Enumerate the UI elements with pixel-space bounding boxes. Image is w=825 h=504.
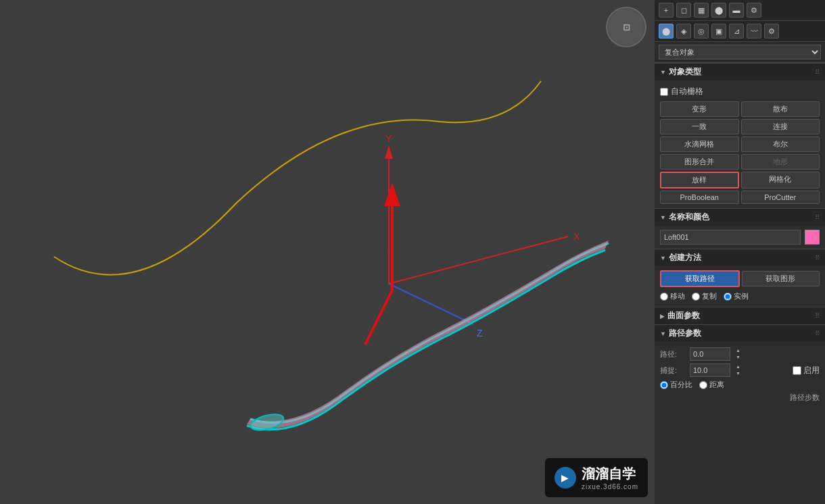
spline-tab[interactable]: 〰 <box>747 24 761 39</box>
section-surface-params: ▶ 曲面参数 ⠿ <box>655 307 825 324</box>
viewport: Y X Z ⊡ ▶ <box>0 0 655 504</box>
section-name-color-body <box>655 226 825 249</box>
section-path-params-header[interactable]: ▼ 路径参数 ⠿ <box>655 324 825 342</box>
radio-instance-label[interactable]: 实例 <box>724 291 749 301</box>
btn-loft[interactable]: 放样 <box>660 172 739 188</box>
section-creation-method-header[interactable]: ▼ 创建方法 ⠿ <box>655 249 825 266</box>
camera-tab[interactable]: ▣ <box>711 24 726 39</box>
watermark-sub: zixue.3d66.com <box>582 483 638 490</box>
section-object-type-title: 对象类型 <box>669 66 701 78</box>
radio-percent[interactable] <box>660 381 668 389</box>
section-name-color-header[interactable]: ▼ 名称和颜色 ⠿ <box>655 208 825 226</box>
settings-tab[interactable]: ⚙ <box>764 24 779 39</box>
enable-checkbox-row: 启用 <box>793 365 820 376</box>
auto-grid-row: 自动栅格 <box>660 84 820 99</box>
path-type-radios: 百分比 距离 <box>660 378 820 391</box>
path-value-row: 路径: ▲ ▼ <box>660 346 820 362</box>
gear-icon[interactable]: ⚙ <box>747 3 761 18</box>
section-surface-params-title: 曲面参数 <box>667 310 700 322</box>
section-creation-method-body: 获取路径 获取图形 移动 复制 实例 <box>655 266 825 307</box>
section-name-color-arrow: ▼ <box>660 214 666 221</box>
svg-text:Y: Y <box>385 133 392 144</box>
creation-method-radios: 移动 复制 实例 <box>660 290 820 303</box>
btn-deform[interactable]: 变形 <box>660 101 739 117</box>
radio-percent-text: 百分比 <box>670 380 692 390</box>
radio-instance[interactable] <box>724 293 732 301</box>
btn-boolean[interactable]: 布尔 <box>741 136 820 152</box>
object-name-input[interactable] <box>660 230 801 245</box>
grid-icon[interactable]: ▦ <box>694 3 709 18</box>
section-surface-params-arrow: ▶ <box>660 313 665 320</box>
section-path-params: ▼ 路径参数 ⠿ 路径: ▲ ▼ 捕捉: ▲ <box>655 324 825 407</box>
section-surface-params-header[interactable]: ▶ 曲面参数 ⠿ <box>655 307 825 324</box>
snap-label: 捕捉: <box>660 366 687 376</box>
section-creation-method-title: 创建方法 <box>669 252 701 263</box>
radio-distance[interactable] <box>699 381 707 389</box>
gem-tab[interactable]: ◈ <box>676 24 691 39</box>
path-spinner: ▲ ▼ <box>734 347 742 361</box>
btn-connect[interactable]: 连接 <box>741 119 820 134</box>
radio-move[interactable] <box>660 293 668 301</box>
btn-shapemerge[interactable]: 图形合并 <box>660 154 739 170</box>
helper-tab[interactable]: ⊿ <box>729 24 744 39</box>
path-input[interactable] <box>690 347 730 361</box>
auto-grid-checkbox[interactable] <box>660 88 668 96</box>
panel-content: ▼ 对象类型 ⠿ 自动栅格 变形 散布 一致 连接 水滴网格 布尔 图形合并 地… <box>655 63 825 504</box>
bar-icon[interactable]: ▬ <box>729 3 744 18</box>
3d-canvas[interactable]: Y X Z ⊡ ▶ <box>0 0 655 504</box>
properties-panel: + ◻ ▦ ⬤ ▬ ⚙ ⬤ ◈ ◎ ▣ ⊿ 〰 ⚙ 复合对象 ▼ 对象类型 ⠿ <box>655 0 825 504</box>
section-path-params-drag: ⠿ <box>815 330 820 337</box>
snap-input[interactable] <box>690 363 730 377</box>
btn-procutter[interactable]: ProCutter <box>741 191 820 204</box>
section-object-type-header[interactable]: ▼ 对象类型 ⠿ <box>655 63 825 80</box>
svg-text:Z: Z <box>477 328 483 338</box>
path-steps-label: 路径步数 <box>660 393 820 403</box>
radio-distance-label[interactable]: 距离 <box>699 380 724 390</box>
radio-copy[interactable] <box>692 293 700 301</box>
color-swatch[interactable] <box>805 230 820 245</box>
radio-copy-text: 复制 <box>702 291 717 301</box>
name-color-row <box>660 230 820 245</box>
snap-spinner: ▲ ▼ <box>734 363 742 377</box>
viewport-gizmo[interactable]: ⊡ <box>606 7 646 47</box>
btn-blobmesh[interactable]: 水滴网格 <box>660 136 739 152</box>
section-name-color-drag: ⠿ <box>815 213 820 221</box>
section-path-params-arrow: ▼ <box>660 330 666 337</box>
section-object-type: ▼ 对象类型 ⠿ 自动栅格 变形 散布 一致 连接 水滴网格 布尔 图形合并 地… <box>655 63 825 208</box>
enable-snap-checkbox[interactable] <box>793 366 801 375</box>
btn-scatter[interactable]: 散布 <box>741 101 820 117</box>
circle-icon[interactable]: ⬤ <box>711 3 726 18</box>
radio-move-text: 移动 <box>670 291 685 301</box>
radio-move-label[interactable]: 移动 <box>660 291 685 301</box>
radio-distance-text: 距离 <box>709 380 724 390</box>
watermark-text-block: 溜溜自学 zixue.3d66.com <box>582 465 638 490</box>
panel-toolbar-top: + ◻ ▦ ⬤ ▬ ⚙ <box>655 0 825 21</box>
section-creation-method-arrow: ▼ <box>660 255 666 261</box>
btn-mesher[interactable]: 网格化 <box>741 172 820 188</box>
radio-percent-label[interactable]: 百分比 <box>660 380 692 390</box>
add-button[interactable]: + <box>659 3 674 18</box>
watermark-logo-symbol: ▶ <box>561 472 569 483</box>
enable-snap-label: 启用 <box>803 365 820 376</box>
btn-get-path[interactable]: 获取路径 <box>660 270 740 287</box>
path-spinner-up[interactable]: ▲ <box>734 347 742 354</box>
btn-proboolean[interactable]: ProBoolean <box>660 191 739 204</box>
gizmo-label: ⊡ <box>623 22 630 32</box>
path-spinner-down[interactable]: ▼ <box>734 354 742 361</box>
object-type-dropdown[interactable]: 复合对象 <box>659 45 821 59</box>
radio-instance-text: 实例 <box>734 291 749 301</box>
auto-grid-label: 自动栅格 <box>671 86 703 97</box>
snap-spinner-up[interactable]: ▲ <box>734 363 742 370</box>
rect-icon[interactable]: ◻ <box>676 3 691 18</box>
section-path-params-body: 路径: ▲ ▼ 捕捉: ▲ ▼ 启用 <box>655 342 825 407</box>
light-tab[interactable]: ◎ <box>694 24 709 39</box>
btn-conform[interactable]: 一致 <box>660 119 739 134</box>
watermark-main: 溜溜自学 <box>582 465 638 483</box>
radio-copy-label[interactable]: 复制 <box>692 291 717 301</box>
sphere-tab[interactable]: ⬤ <box>659 24 674 39</box>
btn-terrain[interactable]: 地形 <box>741 154 820 170</box>
btn-get-shape[interactable]: 获取图形 <box>742 271 820 286</box>
snap-value-row: 捕捉: ▲ ▼ 启用 <box>660 362 820 378</box>
snap-spinner-down[interactable]: ▼ <box>734 370 742 377</box>
section-path-params-title: 路径参数 <box>669 328 701 339</box>
